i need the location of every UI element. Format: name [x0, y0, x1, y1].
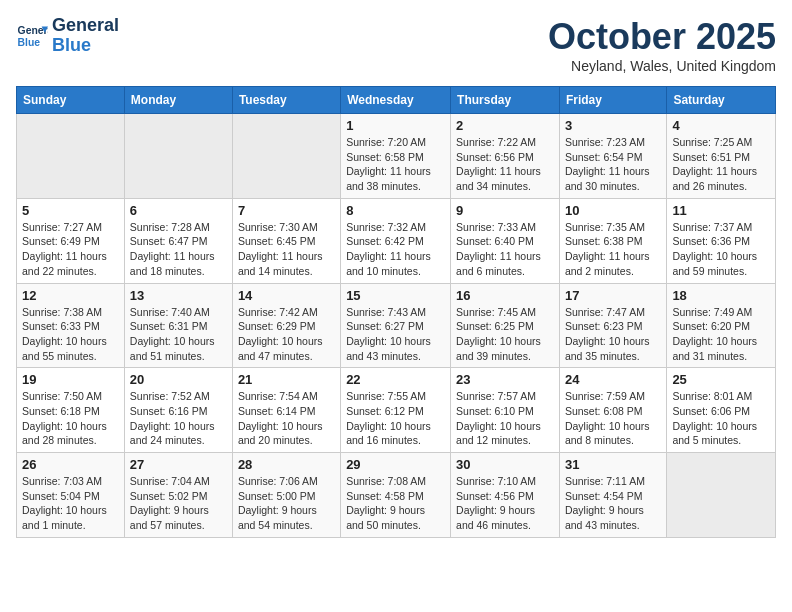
svg-text:Blue: Blue — [18, 36, 41, 47]
day-number: 4 — [672, 118, 770, 133]
day-detail: Sunrise: 7:49 AMSunset: 6:20 PMDaylight:… — [672, 305, 770, 364]
day-number: 14 — [238, 288, 335, 303]
day-detail: Sunrise: 7:22 AMSunset: 6:56 PMDaylight:… — [456, 135, 554, 194]
day-detail: Sunrise: 7:55 AMSunset: 6:12 PMDaylight:… — [346, 389, 445, 448]
calendar-cell: 31Sunrise: 7:11 AMSunset: 4:54 PMDayligh… — [559, 453, 666, 538]
day-detail: Sunrise: 7:32 AMSunset: 6:42 PMDaylight:… — [346, 220, 445, 279]
day-detail: Sunrise: 7:52 AMSunset: 6:16 PMDaylight:… — [130, 389, 227, 448]
day-number: 29 — [346, 457, 445, 472]
calendar-cell: 10Sunrise: 7:35 AMSunset: 6:38 PMDayligh… — [559, 198, 666, 283]
calendar-table: SundayMondayTuesdayWednesdayThursdayFrid… — [16, 86, 776, 538]
calendar-cell: 7Sunrise: 7:30 AMSunset: 6:45 PMDaylight… — [232, 198, 340, 283]
day-number: 8 — [346, 203, 445, 218]
day-detail: Sunrise: 7:06 AMSunset: 5:00 PMDaylight:… — [238, 474, 335, 533]
calendar-cell: 2Sunrise: 7:22 AMSunset: 6:56 PMDaylight… — [451, 114, 560, 199]
calendar-cell: 27Sunrise: 7:04 AMSunset: 5:02 PMDayligh… — [124, 453, 232, 538]
day-number: 12 — [22, 288, 119, 303]
day-detail: Sunrise: 7:54 AMSunset: 6:14 PMDaylight:… — [238, 389, 335, 448]
calendar-cell — [17, 114, 125, 199]
day-detail: Sunrise: 7:11 AMSunset: 4:54 PMDaylight:… — [565, 474, 661, 533]
header-sunday: Sunday — [17, 87, 125, 114]
calendar-cell: 15Sunrise: 7:43 AMSunset: 6:27 PMDayligh… — [341, 283, 451, 368]
calendar-cell: 4Sunrise: 7:25 AMSunset: 6:51 PMDaylight… — [667, 114, 776, 199]
day-number: 25 — [672, 372, 770, 387]
day-number: 11 — [672, 203, 770, 218]
day-detail: Sunrise: 7:08 AMSunset: 4:58 PMDaylight:… — [346, 474, 445, 533]
calendar-cell: 17Sunrise: 7:47 AMSunset: 6:23 PMDayligh… — [559, 283, 666, 368]
calendar-cell — [667, 453, 776, 538]
calendar-cell: 11Sunrise: 7:37 AMSunset: 6:36 PMDayligh… — [667, 198, 776, 283]
header-wednesday: Wednesday — [341, 87, 451, 114]
day-detail: Sunrise: 7:38 AMSunset: 6:33 PMDaylight:… — [22, 305, 119, 364]
calendar-cell: 29Sunrise: 7:08 AMSunset: 4:58 PMDayligh… — [341, 453, 451, 538]
day-detail: Sunrise: 7:40 AMSunset: 6:31 PMDaylight:… — [130, 305, 227, 364]
day-detail: Sunrise: 7:33 AMSunset: 6:40 PMDaylight:… — [456, 220, 554, 279]
calendar-cell: 25Sunrise: 8:01 AMSunset: 6:06 PMDayligh… — [667, 368, 776, 453]
day-detail: Sunrise: 7:57 AMSunset: 6:10 PMDaylight:… — [456, 389, 554, 448]
day-detail: Sunrise: 7:30 AMSunset: 6:45 PMDaylight:… — [238, 220, 335, 279]
day-detail: Sunrise: 8:01 AMSunset: 6:06 PMDaylight:… — [672, 389, 770, 448]
page-header: General Blue General Blue October 2025 N… — [16, 16, 776, 74]
logo-text-general: General — [52, 16, 119, 36]
calendar-week-3: 12Sunrise: 7:38 AMSunset: 6:33 PMDayligh… — [17, 283, 776, 368]
calendar-cell: 8Sunrise: 7:32 AMSunset: 6:42 PMDaylight… — [341, 198, 451, 283]
day-detail: Sunrise: 7:03 AMSunset: 5:04 PMDaylight:… — [22, 474, 119, 533]
month-title: October 2025 — [548, 16, 776, 58]
day-detail: Sunrise: 7:28 AMSunset: 6:47 PMDaylight:… — [130, 220, 227, 279]
day-number: 3 — [565, 118, 661, 133]
day-number: 9 — [456, 203, 554, 218]
calendar-cell: 3Sunrise: 7:23 AMSunset: 6:54 PMDaylight… — [559, 114, 666, 199]
calendar-cell: 21Sunrise: 7:54 AMSunset: 6:14 PMDayligh… — [232, 368, 340, 453]
logo-icon: General Blue — [16, 20, 48, 52]
calendar-cell: 13Sunrise: 7:40 AMSunset: 6:31 PMDayligh… — [124, 283, 232, 368]
calendar-week-5: 26Sunrise: 7:03 AMSunset: 5:04 PMDayligh… — [17, 453, 776, 538]
day-number: 19 — [22, 372, 119, 387]
day-number: 20 — [130, 372, 227, 387]
day-number: 15 — [346, 288, 445, 303]
day-detail: Sunrise: 7:42 AMSunset: 6:29 PMDaylight:… — [238, 305, 335, 364]
calendar-cell: 12Sunrise: 7:38 AMSunset: 6:33 PMDayligh… — [17, 283, 125, 368]
day-number: 16 — [456, 288, 554, 303]
day-number: 21 — [238, 372, 335, 387]
day-number: 18 — [672, 288, 770, 303]
calendar-cell: 1Sunrise: 7:20 AMSunset: 6:58 PMDaylight… — [341, 114, 451, 199]
header-saturday: Saturday — [667, 87, 776, 114]
calendar-cell: 22Sunrise: 7:55 AMSunset: 6:12 PMDayligh… — [341, 368, 451, 453]
calendar-cell: 19Sunrise: 7:50 AMSunset: 6:18 PMDayligh… — [17, 368, 125, 453]
calendar-cell: 26Sunrise: 7:03 AMSunset: 5:04 PMDayligh… — [17, 453, 125, 538]
calendar-cell: 30Sunrise: 7:10 AMSunset: 4:56 PMDayligh… — [451, 453, 560, 538]
day-number: 27 — [130, 457, 227, 472]
day-number: 5 — [22, 203, 119, 218]
calendar-cell: 23Sunrise: 7:57 AMSunset: 6:10 PMDayligh… — [451, 368, 560, 453]
calendar-cell: 20Sunrise: 7:52 AMSunset: 6:16 PMDayligh… — [124, 368, 232, 453]
location-subtitle: Neyland, Wales, United Kingdom — [548, 58, 776, 74]
day-detail: Sunrise: 7:35 AMSunset: 6:38 PMDaylight:… — [565, 220, 661, 279]
day-number: 6 — [130, 203, 227, 218]
day-number: 2 — [456, 118, 554, 133]
day-detail: Sunrise: 7:27 AMSunset: 6:49 PMDaylight:… — [22, 220, 119, 279]
day-number: 24 — [565, 372, 661, 387]
title-block: October 2025 Neyland, Wales, United King… — [548, 16, 776, 74]
day-number: 28 — [238, 457, 335, 472]
day-number: 30 — [456, 457, 554, 472]
calendar-week-4: 19Sunrise: 7:50 AMSunset: 6:18 PMDayligh… — [17, 368, 776, 453]
day-detail: Sunrise: 7:47 AMSunset: 6:23 PMDaylight:… — [565, 305, 661, 364]
day-number: 22 — [346, 372, 445, 387]
day-number: 23 — [456, 372, 554, 387]
calendar-body: 1Sunrise: 7:20 AMSunset: 6:58 PMDaylight… — [17, 114, 776, 538]
day-detail: Sunrise: 7:10 AMSunset: 4:56 PMDaylight:… — [456, 474, 554, 533]
calendar-cell — [124, 114, 232, 199]
header-friday: Friday — [559, 87, 666, 114]
day-number: 13 — [130, 288, 227, 303]
header-thursday: Thursday — [451, 87, 560, 114]
calendar-cell: 18Sunrise: 7:49 AMSunset: 6:20 PMDayligh… — [667, 283, 776, 368]
day-number: 26 — [22, 457, 119, 472]
day-number: 1 — [346, 118, 445, 133]
calendar-cell: 24Sunrise: 7:59 AMSunset: 6:08 PMDayligh… — [559, 368, 666, 453]
calendar-header-row: SundayMondayTuesdayWednesdayThursdayFrid… — [17, 87, 776, 114]
calendar-cell: 14Sunrise: 7:42 AMSunset: 6:29 PMDayligh… — [232, 283, 340, 368]
day-number: 10 — [565, 203, 661, 218]
header-monday: Monday — [124, 87, 232, 114]
day-detail: Sunrise: 7:23 AMSunset: 6:54 PMDaylight:… — [565, 135, 661, 194]
calendar-cell: 5Sunrise: 7:27 AMSunset: 6:49 PMDaylight… — [17, 198, 125, 283]
